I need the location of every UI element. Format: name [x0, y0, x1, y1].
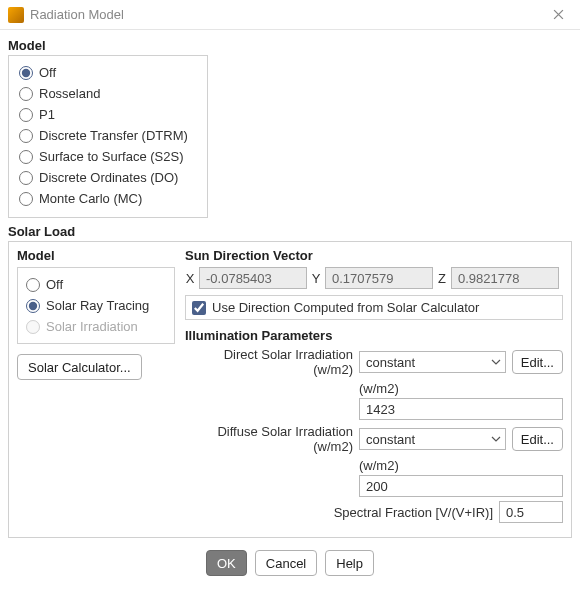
diffuse-edit-button[interactable]: Edit...	[512, 427, 563, 451]
spectral-value-input[interactable]	[499, 501, 563, 523]
help-button[interactable]: Help	[325, 550, 374, 576]
model-option-rosseland[interactable]: Rosseland	[19, 83, 197, 104]
direct-unit-label: (w/m2)	[359, 381, 563, 396]
label-solar-irr: Solar Irradiation	[46, 319, 138, 334]
ok-button[interactable]: OK	[206, 550, 247, 576]
spectral-label: Spectral Fraction [V/(V+IR)]	[334, 505, 493, 520]
solar-model-off[interactable]: Off	[26, 274, 166, 295]
diffuse-label: Diffuse Solar Irradiation (w/m2)	[185, 424, 353, 454]
diffuse-unit-label: (w/m2)	[359, 458, 563, 473]
sun-y-label: Y	[311, 271, 321, 286]
radio-solar-irr	[26, 320, 40, 334]
label-model-s2s: Surface to Surface (S2S)	[39, 149, 184, 164]
sun-z-input	[451, 267, 559, 289]
close-button[interactable]	[544, 1, 572, 29]
radio-model-dtrm[interactable]	[19, 129, 33, 143]
solar-load-group: Model Off Solar Ray Tracing Solar Irradi…	[8, 241, 572, 538]
model-option-dtrm[interactable]: Discrete Transfer (DTRM)	[19, 125, 197, 146]
radio-model-s2s[interactable]	[19, 150, 33, 164]
sun-x-input	[199, 267, 307, 289]
radio-model-mc[interactable]	[19, 192, 33, 206]
solar-calculator-button[interactable]: Solar Calculator...	[17, 354, 142, 380]
dialog-buttons: OK Cancel Help	[8, 538, 572, 582]
radio-model-do[interactable]	[19, 171, 33, 185]
solar-heading: Solar Load	[8, 224, 572, 239]
titlebar: Radiation Model	[0, 0, 580, 30]
radio-solar-ray[interactable]	[26, 299, 40, 313]
label-model-dtrm: Discrete Transfer (DTRM)	[39, 128, 188, 143]
close-icon	[553, 9, 564, 20]
radio-model-p1[interactable]	[19, 108, 33, 122]
window-title: Radiation Model	[30, 7, 544, 22]
label-model-off: Off	[39, 65, 56, 80]
use-direction-checkbox[interactable]	[192, 301, 206, 315]
solar-model-heading: Model	[17, 248, 175, 263]
sun-x-label: X	[185, 271, 195, 286]
model-option-do[interactable]: Discrete Ordinates (DO)	[19, 167, 197, 188]
use-direction-row[interactable]: Use Direction Computed from Solar Calcul…	[185, 295, 563, 320]
label-model-do: Discrete Ordinates (DO)	[39, 170, 178, 185]
model-option-off[interactable]: Off	[19, 62, 197, 83]
caret-down-icon	[491, 355, 501, 370]
radio-solar-off[interactable]	[26, 278, 40, 292]
model-option-s2s[interactable]: Surface to Surface (S2S)	[19, 146, 197, 167]
label-model-p1: P1	[39, 107, 55, 122]
model-heading: Model	[8, 38, 572, 53]
direct-value-input[interactable]	[359, 398, 563, 420]
diffuse-mode-dropdown[interactable]: constant	[359, 428, 506, 450]
direct-mode-dropdown[interactable]: constant	[359, 351, 506, 373]
app-icon	[8, 7, 24, 23]
model-option-mc[interactable]: Monte Carlo (MC)	[19, 188, 197, 209]
cancel-button[interactable]: Cancel	[255, 550, 317, 576]
caret-down-icon	[491, 432, 501, 447]
label-solar-off: Off	[46, 277, 63, 292]
label-model-rosseland: Rosseland	[39, 86, 100, 101]
radio-model-off[interactable]	[19, 66, 33, 80]
sun-vector-row: X Y Z	[185, 267, 563, 289]
use-direction-label: Use Direction Computed from Solar Calcul…	[212, 300, 479, 315]
direct-edit-button[interactable]: Edit...	[512, 350, 563, 374]
diffuse-value-input[interactable]	[359, 475, 563, 497]
model-option-p1[interactable]: P1	[19, 104, 197, 125]
solar-model-ray[interactable]: Solar Ray Tracing	[26, 295, 166, 316]
model-group: Off Rosseland P1 Discrete Transfer (DTRM…	[8, 55, 208, 218]
solar-model-group: Off Solar Ray Tracing Solar Irradiation	[17, 267, 175, 344]
sun-vector-heading: Sun Direction Vector	[185, 248, 563, 263]
solar-model-irr: Solar Irradiation	[26, 316, 166, 337]
label-solar-ray: Solar Ray Tracing	[46, 298, 149, 313]
direct-label: Direct Solar Irradiation (w/m2)	[185, 347, 353, 377]
sun-y-input	[325, 267, 433, 289]
label-model-mc: Monte Carlo (MC)	[39, 191, 142, 206]
radio-model-rosseland[interactable]	[19, 87, 33, 101]
diffuse-mode-value: constant	[366, 432, 415, 447]
direct-mode-value: constant	[366, 355, 415, 370]
sun-z-label: Z	[437, 271, 447, 286]
illum-heading: Illumination Parameters	[185, 328, 563, 343]
